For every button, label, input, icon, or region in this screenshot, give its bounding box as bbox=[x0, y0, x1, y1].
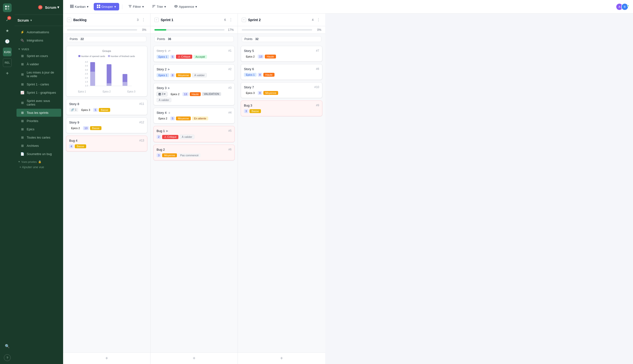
card-bug1-tags: 2 ⚠ Critique À valider bbox=[156, 135, 232, 139]
scrum-header[interactable]: Scrum ▾ bbox=[14, 15, 63, 26]
card-story1[interactable]: Story 1 ✓ #1 Epics 1 5 ⚠ Critique Accept… bbox=[154, 46, 235, 62]
card-story5[interactable]: Story 5 #7 Epics 2 13 Haute bbox=[241, 46, 322, 62]
sidebar-item-integrations[interactable]: 🔌 Intégrations bbox=[16, 36, 61, 44]
sprint1-title: Sprint 1 bbox=[161, 18, 222, 22]
sprint1-cards: Story 1 ✓ #1 Epics 1 5 ⚠ Critique Accept… bbox=[150, 44, 238, 352]
card-bug2[interactable]: Bug 2 #6 3 Moyenne Pas commencé bbox=[154, 145, 235, 160]
card-bug4[interactable]: Bug 4 #13 4 Basse bbox=[66, 136, 147, 152]
svg-rect-31 bbox=[90, 72, 95, 86]
card-story8[interactable]: Story 8 #11 🔗 1 Epics 3 5 Basse bbox=[66, 99, 147, 115]
sidebar-item-priorites[interactable]: ⊞ Priorités bbox=[16, 117, 61, 125]
release-icon[interactable]: REL bbox=[3, 58, 12, 67]
sprint2-title: Sprint 2 bbox=[248, 18, 310, 22]
kanban-board: − Backlog 3 ⋮ 0% Points 22 Groups Num bbox=[63, 14, 633, 364]
add-icon[interactable]: + bbox=[3, 69, 12, 78]
card-story8-tags: 🔗 1 Epics 3 5 Basse bbox=[69, 108, 144, 112]
sprint2-count: 4 bbox=[312, 18, 314, 22]
sidebar-item-automatisations[interactable]: ⚡ Automatisations bbox=[16, 28, 61, 36]
card-story3-id: #3 bbox=[228, 86, 232, 90]
card-story3-title: Story 3 ▶ bbox=[156, 86, 170, 90]
dropdown-tag-3[interactable]: 3 ▾ bbox=[156, 92, 168, 96]
tag-num-8-s2: 8 bbox=[170, 73, 175, 77]
kanban-btn[interactable]: Kanban ▾ bbox=[67, 3, 92, 10]
svg-text:1.5: 1.5 bbox=[85, 80, 88, 83]
tag-basse-bug4: Basse bbox=[75, 144, 86, 148]
tag-accepte: Accepté bbox=[194, 55, 207, 59]
backlog-menu[interactable]: ⋮ bbox=[140, 17, 146, 22]
sidebar-item-sprint1-graphiques[interactable]: 📈 Sprint 1 - graphiques bbox=[16, 88, 61, 96]
backlog-title: Backlog bbox=[73, 18, 135, 22]
tag-num-5: 5 bbox=[93, 108, 98, 112]
card-bug3[interactable]: Bug 3 #9 3 Basse bbox=[241, 100, 322, 116]
sidebar-item-soumettre-bug[interactable]: 📄 Soumettre un bug bbox=[16, 150, 61, 158]
card-bug1[interactable]: Bug 1 ▶ #5 2 ⚠ Critique À valider bbox=[154, 126, 235, 142]
tag-num-13: 13 bbox=[83, 126, 89, 130]
vues-section-header[interactable]: ▾ Vues bbox=[14, 45, 63, 52]
app-title[interactable]: Scrum ▾ bbox=[45, 5, 59, 10]
kanban-icon-toolbar bbox=[70, 4, 74, 9]
backlog-toggle[interactable]: − bbox=[67, 18, 71, 22]
sprint2-add-card[interactable]: + bbox=[238, 352, 325, 364]
tag-epics1-s2: Epics 1 bbox=[156, 73, 169, 77]
sidebar-item-sprint-en-cours[interactable]: ⊞ Sprint en cours bbox=[16, 52, 61, 60]
tag-num-5-s4: 5 bbox=[170, 116, 175, 120]
plug-icon: 🔌 bbox=[20, 38, 24, 42]
sidebar: 20 Scrum ▾ ✓ 20 ★ 🕐 KAN REL + 🔍 ? Scrum … bbox=[0, 0, 63, 364]
kanban-icon[interactable]: KAN bbox=[3, 48, 12, 56]
svg-text:2.0: 2.0 bbox=[85, 77, 88, 79]
sidebar-item-a-valider[interactable]: ⊞ À valider bbox=[16, 60, 61, 68]
card-story9[interactable]: Story 9 #12 Epics 2 13 Basse bbox=[66, 118, 147, 133]
sidebar-item-toutes-les-cartes[interactable]: ⊞ Toutes les cartes bbox=[16, 134, 61, 142]
card-story6[interactable]: Story 6 #8 Epics 1 8 Haute bbox=[241, 64, 322, 80]
sidebar-item-mises-a-jour[interactable]: ⊞ Les mises à jour de la veille bbox=[16, 68, 61, 80]
search-sidebar-icon[interactable]: 🔍 bbox=[3, 342, 12, 350]
card-story6-id: #8 bbox=[316, 67, 319, 70]
sprint1-menu[interactable]: ⋮ bbox=[228, 17, 234, 22]
sprint1-add-card[interactable]: + bbox=[150, 352, 238, 364]
vues-privees-section[interactable]: ▾ Vues privées 🔒 bbox=[14, 158, 63, 164]
card-bug4-tags: 4 Basse bbox=[69, 144, 144, 148]
add-view-button[interactable]: + Ajouter une vue bbox=[14, 164, 63, 170]
help-icon[interactable]: ? bbox=[4, 354, 11, 361]
avatar-2: B bbox=[621, 3, 628, 10]
apparence-btn[interactable]: Apparence ▾ bbox=[171, 3, 200, 10]
logo-icon[interactable] bbox=[3, 4, 12, 12]
sidebar-item-sprint1-cartes[interactable]: ⊞ Sprint 1 - cartes bbox=[16, 80, 61, 88]
card-bug2-id: #6 bbox=[228, 148, 232, 151]
grid-icon-4: ⊞ bbox=[20, 82, 24, 86]
notifications-icon[interactable]: ✓ 20 bbox=[3, 16, 12, 24]
card-story3[interactable]: Story 3 ▶ #3 3 ▾ Epics 2 13 Haute VA bbox=[154, 83, 235, 105]
chevron-down-icon-grouper: ▾ bbox=[114, 5, 116, 8]
card-story5-header: Story 5 #7 bbox=[244, 49, 319, 53]
sprint2-toggle[interactable]: − bbox=[242, 18, 246, 22]
sidebar-item-archives[interactable]: ⊞ Archives bbox=[16, 142, 61, 150]
trier-btn[interactable]: Trier ▾ bbox=[149, 3, 169, 10]
tag-num-5-s1: 5 bbox=[170, 55, 175, 59]
svg-text:3.0: 3.0 bbox=[85, 69, 88, 71]
tag-num-13-s5: 13 bbox=[258, 54, 264, 58]
sprint2-menu[interactable]: ⋮ bbox=[316, 17, 321, 22]
chart-svg: 4.0 3.5 3.0 2.5 2.0 1.5 1.0 bbox=[70, 60, 144, 88]
card-story2[interactable]: Story 2 ▶ #2 Epics 1 8 Moyenne À valider bbox=[154, 64, 235, 80]
backlog-add-card[interactable]: + bbox=[63, 352, 150, 364]
sprint1-toggle[interactable]: − bbox=[154, 18, 159, 22]
card-bug3-tags: 3 Basse bbox=[244, 109, 319, 113]
pause-icon-story4: ⏸ bbox=[168, 112, 171, 114]
tag-moyenne-b2: Moyenne bbox=[162, 153, 177, 157]
card-bug1-header: Bug 1 ▶ #5 bbox=[156, 129, 232, 133]
sidebar-item-epics[interactable]: ⊞ Epics bbox=[16, 125, 61, 133]
play-icon-story2: ▶ bbox=[168, 68, 170, 71]
tag-moyenne-s4: Moyenne bbox=[176, 116, 191, 120]
sidebar-item-sprint-sous-cartes[interactable]: ⊞ Sprint avec sous cartes bbox=[16, 97, 61, 108]
grouper-btn[interactable]: Grouper ▾ bbox=[94, 3, 119, 10]
column-sprint2: − Sprint 2 4 ⋮ 0% Points 32 Story 5 bbox=[238, 14, 325, 364]
notification-badge[interactable]: 20 bbox=[38, 5, 42, 10]
card-story7[interactable]: Story 7 #10 Epics 3 8 Moyenne bbox=[241, 82, 322, 98]
card-bug3-id: #9 bbox=[316, 104, 319, 107]
sidebar-item-tous-les-sprints[interactable]: ⊞ Tous les sprints bbox=[16, 109, 61, 117]
tag-pas-commence-b2: Pas commencé bbox=[178, 153, 200, 157]
starred-icon[interactable]: ★ bbox=[3, 26, 12, 35]
clock-icon[interactable]: 🕐 bbox=[3, 37, 12, 46]
card-story4[interactable]: Story 4 ⏸ #4 Epics 2 5 Moyenne En attent… bbox=[154, 108, 235, 124]
filtrer-btn[interactable]: Filtrer ▾ bbox=[125, 3, 147, 10]
